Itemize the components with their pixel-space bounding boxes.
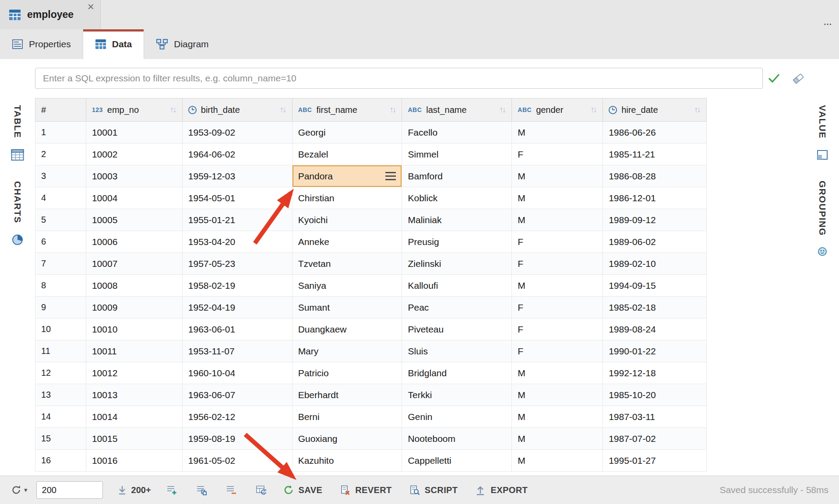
column-header-hire_date[interactable]: hire_date↑↓ bbox=[603, 98, 707, 121]
cell-emp_no[interactable]: 10012 bbox=[86, 362, 183, 384]
cell-first_name[interactable]: Saniya bbox=[293, 275, 402, 296]
cell-emp_no[interactable]: 10011 bbox=[86, 340, 183, 362]
row-number-cell[interactable]: 10 bbox=[35, 318, 86, 340]
column-header-first_name[interactable]: ABCfirst_name↑↓ bbox=[293, 98, 402, 121]
cell-hire_date[interactable]: 1986-08-28 bbox=[603, 165, 707, 187]
cell-emp_no[interactable]: 10010 bbox=[86, 318, 183, 340]
row-number-cell[interactable]: 3 bbox=[35, 165, 86, 187]
cell-hire_date[interactable]: 1994-09-15 bbox=[603, 275, 707, 296]
cell-gender[interactable]: F bbox=[512, 144, 603, 165]
refresh-rows-button[interactable] bbox=[255, 484, 267, 496]
fetch-size-input[interactable] bbox=[36, 481, 103, 499]
close-tab-icon[interactable]: × bbox=[88, 1, 94, 12]
cell-first_name[interactable]: Sumant bbox=[293, 297, 402, 318]
cell-birth_date[interactable]: 1963-06-07 bbox=[183, 384, 293, 406]
revert-button[interactable]: REVERT bbox=[340, 485, 392, 495]
row-number-cell[interactable]: 14 bbox=[35, 406, 86, 427]
cell-birth_date[interactable]: 1952-04-19 bbox=[183, 297, 293, 318]
row-number-header[interactable]: # bbox=[35, 98, 86, 121]
cell-gender[interactable]: F bbox=[512, 340, 603, 362]
duplicate-row-button[interactable] bbox=[196, 484, 207, 496]
cell-emp_no[interactable]: 10015 bbox=[86, 428, 183, 449]
cell-last_name[interactable]: Piveteau bbox=[402, 318, 512, 340]
cell-hire_date[interactable]: 1989-08-24 bbox=[603, 318, 707, 340]
cell-birth_date[interactable]: 1956-02-12 bbox=[183, 406, 293, 427]
cell-last_name[interactable]: Facello bbox=[402, 122, 512, 143]
cell-last_name[interactable]: Genin bbox=[402, 406, 512, 427]
cell-hire_date[interactable]: 1990-01-22 bbox=[603, 340, 707, 362]
sort-toggle-icon[interactable]: ↑↓ bbox=[694, 105, 701, 115]
cell-hire_date[interactable]: 1985-11-21 bbox=[603, 144, 707, 165]
cell-hire_date[interactable]: 1995-01-27 bbox=[603, 450, 707, 471]
delete-row-button[interactable] bbox=[226, 484, 237, 496]
cell-last_name[interactable]: Peac bbox=[402, 297, 512, 318]
cell-first_name[interactable]: Patricio bbox=[293, 362, 402, 384]
cell-hire_date[interactable]: 1989-09-12 bbox=[603, 209, 707, 231]
cell-birth_date[interactable]: 1953-09-02 bbox=[183, 122, 293, 143]
column-header-last_name[interactable]: ABClast_name↑↓ bbox=[402, 98, 512, 121]
cell-hire_date[interactable]: 1987-07-02 bbox=[603, 428, 707, 449]
row-number-cell[interactable]: 8 bbox=[35, 275, 86, 296]
panel-tab-grouping[interactable]: GROUPING bbox=[817, 181, 828, 257]
tab-data[interactable]: Data bbox=[83, 29, 145, 59]
cell-first_name[interactable]: Bezalel bbox=[293, 144, 402, 165]
cell-emp_no[interactable]: 10016 bbox=[86, 450, 183, 471]
row-number-cell[interactable]: 9 bbox=[35, 297, 86, 318]
cell-gender[interactable]: M bbox=[512, 165, 603, 187]
cell-birth_date[interactable]: 1959-08-19 bbox=[183, 428, 293, 449]
cell-last_name[interactable]: Maliniak bbox=[402, 209, 512, 231]
cell-emp_no[interactable]: 10009 bbox=[86, 297, 183, 318]
cell-emp_no[interactable]: 10005 bbox=[86, 209, 183, 231]
cell-last_name[interactable]: Zielinski bbox=[402, 253, 512, 274]
cell-emp_no[interactable]: 10003 bbox=[86, 165, 183, 187]
cell-hire_date[interactable]: 1989-02-10 bbox=[603, 253, 707, 274]
cell-first_name[interactable]: Guoxiang bbox=[293, 428, 402, 449]
save-button[interactable]: SAVE bbox=[283, 485, 323, 495]
cell-gender[interactable]: F bbox=[512, 253, 603, 274]
cell-emp_no[interactable]: 10006 bbox=[86, 231, 183, 252]
cell-last_name[interactable]: Sluis bbox=[402, 340, 512, 362]
row-number-cell[interactable]: 12 bbox=[35, 362, 86, 384]
cell-last_name[interactable]: Bamford bbox=[402, 165, 512, 187]
cell-first_name[interactable]: Pandora bbox=[293, 165, 402, 187]
row-number-cell[interactable]: 6 bbox=[35, 231, 86, 252]
cell-hire_date[interactable]: 1985-02-18 bbox=[603, 297, 707, 318]
cell-gender[interactable]: F bbox=[512, 318, 603, 340]
tab-overflow-icon[interactable]: ... bbox=[824, 18, 832, 27]
cell-birth_date[interactable]: 1963-06-01 bbox=[183, 318, 293, 340]
row-number-cell[interactable]: 15 bbox=[35, 428, 86, 449]
cell-hire_date[interactable]: 1987-03-11 bbox=[603, 406, 707, 427]
cell-first_name[interactable]: Berni bbox=[293, 406, 402, 427]
tab-properties[interactable]: Properties bbox=[0, 29, 83, 59]
cell-last_name[interactable]: Terkki bbox=[402, 384, 512, 406]
cell-first_name[interactable]: Tzvetan bbox=[293, 253, 402, 274]
cell-emp_no[interactable]: 10013 bbox=[86, 384, 183, 406]
cell-birth_date[interactable]: 1954-05-01 bbox=[183, 187, 293, 209]
column-header-gender[interactable]: ABCgender↑↓ bbox=[512, 98, 603, 121]
cell-first_name[interactable]: Duangkaew bbox=[293, 318, 402, 340]
clear-filter-eraser-icon[interactable] bbox=[793, 73, 805, 84]
row-number-cell[interactable]: 4 bbox=[35, 187, 86, 209]
cell-birth_date[interactable]: 1960-10-04 bbox=[183, 362, 293, 384]
column-header-emp_no[interactable]: 123emp_no↑↓ bbox=[86, 98, 183, 121]
row-number-cell[interactable]: 7 bbox=[35, 253, 86, 274]
cell-gender[interactable]: M bbox=[512, 384, 603, 406]
cell-last_name[interactable]: Bridgland bbox=[402, 362, 512, 384]
cell-hire_date[interactable]: 1986-12-01 bbox=[603, 187, 707, 209]
row-number-cell[interactable]: 1 bbox=[35, 122, 86, 143]
cell-hire_date[interactable]: 1985-10-20 bbox=[603, 384, 707, 406]
cell-gender[interactable]: M bbox=[512, 428, 603, 449]
presentation-tab-table[interactable]: TABLE bbox=[11, 105, 24, 161]
cell-last_name[interactable]: Cappelletti bbox=[402, 450, 512, 471]
cell-menu-icon[interactable] bbox=[385, 175, 396, 177]
cell-birth_date[interactable]: 1958-02-19 bbox=[183, 275, 293, 296]
script-button[interactable]: SCRIPT bbox=[409, 485, 458, 495]
cell-hire_date[interactable]: 1992-12-18 bbox=[603, 362, 707, 384]
cell-gender[interactable]: M bbox=[512, 406, 603, 427]
cell-last_name[interactable]: Kalloufi bbox=[402, 275, 512, 296]
cell-gender[interactable]: M bbox=[512, 209, 603, 231]
cell-emp_no[interactable]: 10004 bbox=[86, 187, 183, 209]
cell-last_name[interactable]: Simmel bbox=[402, 144, 512, 165]
cell-first_name[interactable]: Mary bbox=[293, 340, 402, 362]
cell-first_name[interactable]: Kyoichi bbox=[293, 209, 402, 231]
